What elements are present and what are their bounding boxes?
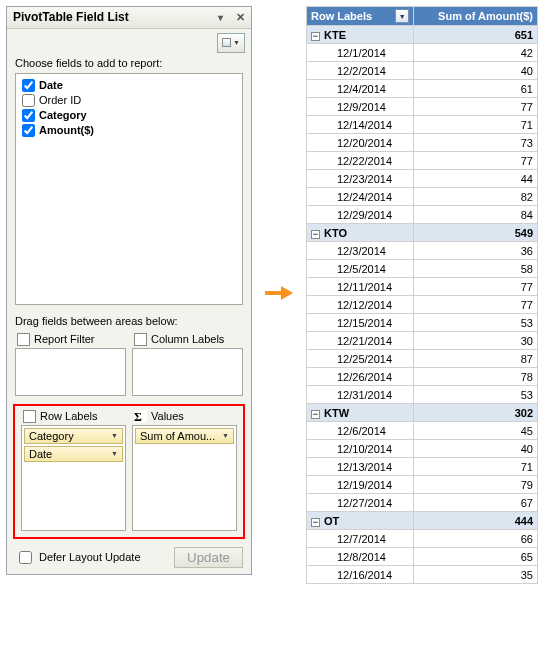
date-cell: 12/19/2014 — [307, 476, 414, 494]
update-button[interactable]: Update — [174, 547, 243, 568]
value-cell: 67 — [414, 494, 538, 512]
value-cell: 71 — [414, 458, 538, 476]
panel-tools: ▼ — [7, 29, 251, 55]
field-pill[interactable]: Date▼ — [24, 446, 123, 462]
date-cell: 12/12/2014 — [307, 296, 414, 314]
date-cell: 12/24/2014 — [307, 188, 414, 206]
group-header-cell[interactable]: −KTE — [307, 26, 414, 44]
columns-icon — [134, 333, 147, 346]
field-label: Date — [39, 79, 63, 91]
group-total-cell: 444 — [414, 512, 538, 530]
field-label: Amount($) — [39, 124, 94, 136]
field-label: Category — [39, 109, 87, 121]
values-header: Σ Values — [132, 408, 237, 425]
value-cell: 53 — [414, 314, 538, 332]
date-cell: 12/8/2014 — [307, 548, 414, 566]
group-header-cell[interactable]: −KTW — [307, 404, 414, 422]
value-cell: 65 — [414, 548, 538, 566]
group-total-cell: 651 — [414, 26, 538, 44]
close-icon[interactable]: ✕ — [233, 11, 247, 25]
pivot-header-values: Sum of Amount($) — [414, 7, 538, 26]
row-labels-drop[interactable]: Category▼Date▼ — [21, 425, 126, 531]
date-cell: 12/5/2014 — [307, 260, 414, 278]
field-pill[interactable]: Category▼ — [24, 428, 123, 444]
field-checkbox[interactable] — [22, 94, 35, 107]
date-cell: 12/27/2014 — [307, 494, 414, 512]
field-item[interactable]: Amount($) — [20, 123, 238, 138]
date-cell: 12/11/2014 — [307, 278, 414, 296]
value-cell: 30 — [414, 332, 538, 350]
rows-icon — [23, 410, 36, 423]
date-cell: 12/2/2014 — [307, 62, 414, 80]
highlighted-areas: Row Labels Category▼Date▼ Σ Values Sum o… — [13, 404, 245, 539]
date-cell: 12/14/2014 — [307, 116, 414, 134]
value-cell: 71 — [414, 116, 538, 134]
date-cell: 12/23/2014 — [307, 170, 414, 188]
layout-options-button[interactable]: ▼ — [217, 33, 245, 53]
choose-fields-label: Choose fields to add to report: — [7, 55, 251, 71]
layout-icon — [222, 38, 231, 47]
field-pill[interactable]: Sum of Amou...▼ — [135, 428, 234, 444]
date-cell: 12/9/2014 — [307, 98, 414, 116]
group-header-cell[interactable]: −OT — [307, 512, 414, 530]
chevron-down-icon: ▼ — [222, 432, 229, 439]
collapse-toggle-icon[interactable]: − — [311, 410, 320, 419]
row-labels-filter-button[interactable]: ▼ — [395, 9, 409, 23]
group-header-cell[interactable]: −KTO — [307, 224, 414, 242]
value-cell: 77 — [414, 152, 538, 170]
value-cell: 40 — [414, 62, 538, 80]
panel-footer: Defer Layout Update Update — [7, 541, 251, 574]
collapse-toggle-icon[interactable]: − — [311, 230, 320, 239]
value-cell: 77 — [414, 98, 538, 116]
field-item[interactable]: Date — [20, 78, 238, 93]
field-checkbox[interactable] — [22, 79, 35, 92]
chevron-down-icon: ▼ — [233, 39, 240, 46]
group-total-cell: 549 — [414, 224, 538, 242]
chevron-down-icon: ▼ — [111, 432, 118, 439]
group-total-cell: 302 — [414, 404, 538, 422]
value-cell: 78 — [414, 368, 538, 386]
defer-update-input[interactable] — [19, 551, 32, 564]
defer-update-checkbox[interactable]: Defer Layout Update — [15, 548, 141, 567]
value-cell: 36 — [414, 242, 538, 260]
drag-areas-label: Drag fields between areas below: — [7, 313, 251, 329]
value-cell: 77 — [414, 278, 538, 296]
date-cell: 12/22/2014 — [307, 152, 414, 170]
pivot-table: Row Labels ▼ Sum of Amount($) −KTE65112/… — [306, 6, 538, 584]
date-cell: 12/7/2014 — [307, 530, 414, 548]
date-cell: 12/25/2014 — [307, 350, 414, 368]
date-cell: 12/21/2014 — [307, 332, 414, 350]
arrow-indicator — [260, 6, 298, 300]
values-drop[interactable]: Sum of Amou...▼ — [132, 425, 237, 531]
field-checkbox[interactable] — [22, 124, 35, 137]
date-cell: 12/20/2014 — [307, 134, 414, 152]
date-cell: 12/6/2014 — [307, 422, 414, 440]
date-cell: 12/16/2014 — [307, 566, 414, 584]
date-cell: 12/26/2014 — [307, 368, 414, 386]
arrow-right-icon — [265, 286, 293, 300]
field-item[interactable]: Order ID — [20, 93, 238, 108]
value-cell: 77 — [414, 296, 538, 314]
field-label: Order ID — [39, 94, 81, 106]
value-cell: 73 — [414, 134, 538, 152]
report-filter-drop[interactable] — [15, 348, 126, 396]
pivot-field-list-panel: PivotTable Field List ▾ ✕ ▼ Choose field… — [6, 6, 252, 575]
value-cell: 44 — [414, 170, 538, 188]
date-cell: 12/10/2014 — [307, 440, 414, 458]
value-cell: 84 — [414, 206, 538, 224]
value-cell: 40 — [414, 440, 538, 458]
value-cell: 79 — [414, 476, 538, 494]
date-cell: 12/13/2014 — [307, 458, 414, 476]
row-labels-header: Row Labels — [21, 408, 126, 425]
pivot-header-rows: Row Labels ▼ — [307, 7, 414, 26]
sigma-icon: Σ — [134, 410, 147, 423]
collapse-toggle-icon[interactable]: − — [311, 518, 320, 527]
value-cell: 53 — [414, 386, 538, 404]
field-item[interactable]: Category — [20, 108, 238, 123]
value-cell: 66 — [414, 530, 538, 548]
collapse-toggle-icon[interactable]: − — [311, 32, 320, 41]
panel-menu-dropdown-icon[interactable]: ▾ — [218, 12, 228, 22]
field-checkbox[interactable] — [22, 109, 35, 122]
column-labels-drop[interactable] — [132, 348, 243, 396]
value-cell: 35 — [414, 566, 538, 584]
